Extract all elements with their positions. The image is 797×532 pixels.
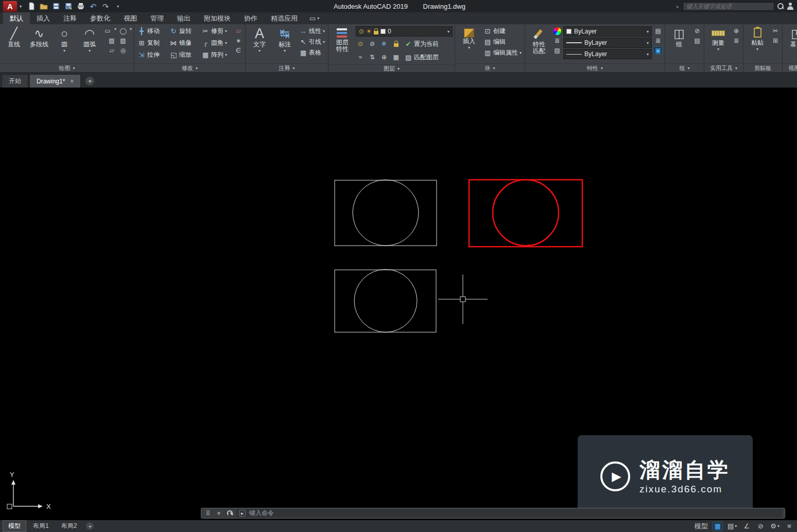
- group-edit-button[interactable]: ▤: [692, 37, 702, 45]
- undo-button[interactable]: ↶: [88, 1, 99, 11]
- user-icon[interactable]: [787, 3, 794, 10]
- redo-button[interactable]: ↷: [100, 1, 111, 11]
- stretch-button[interactable]: ⇲拉伸: [136, 50, 168, 60]
- annotation-scale-button[interactable]: ≣: [653, 37, 663, 45]
- layout1-tab[interactable]: 布局1: [27, 520, 55, 532]
- line-button[interactable]: ╱ 直线: [2, 25, 26, 62]
- command-close-icon[interactable]: ×: [215, 510, 223, 517]
- model-tab[interactable]: 模型: [3, 520, 26, 532]
- layer-properties-button[interactable]: 图层特性: [331, 25, 354, 62]
- offset-button[interactable]: ∈: [234, 46, 243, 55]
- erase-button[interactable]: ▱: [234, 27, 243, 35]
- tab-output[interactable]: 输出: [170, 12, 197, 24]
- edit-attributes-button[interactable]: ▥编辑属性▾: [482, 48, 523, 58]
- ribbon-display-toggle-button[interactable]: ▭ ▾: [304, 12, 324, 24]
- search-input[interactable]: [683, 2, 774, 11]
- panel-footer-view[interactable]: 视图 ▾: [783, 63, 797, 72]
- linear-button[interactable]: ↔线性▾: [298, 26, 326, 36]
- base-point-button[interactable]: ◳ 基点: [785, 25, 797, 62]
- lineweight-dropdown[interactable]: ByLayer ▾: [563, 38, 652, 48]
- layer-select-dropdown[interactable]: ⊙ ☀ 0 ▾: [356, 26, 453, 37]
- command-input[interactable]: ▸ 键入命令: [236, 509, 782, 518]
- text-button[interactable]: A 文字 ▾: [248, 25, 271, 62]
- arc-button[interactable]: ◠ 圆弧 ▾: [78, 25, 101, 62]
- panel-footer-block[interactable]: 块 ▾: [455, 63, 525, 72]
- layer-states-button[interactable]: ▦: [391, 53, 401, 61]
- mirror-button[interactable]: ⋈镜像: [168, 38, 200, 48]
- tab-insert[interactable]: 插入: [30, 12, 57, 24]
- command-grip-icon[interactable]: ⠿: [204, 510, 212, 517]
- open-button[interactable]: [38, 1, 49, 11]
- customize-status-button[interactable]: ≡: [784, 522, 794, 531]
- gradient-button[interactable]: ▧: [118, 37, 128, 45]
- save-button[interactable]: [50, 1, 62, 11]
- tab-collaborate[interactable]: 协作: [237, 12, 264, 24]
- move-button[interactable]: ╋移动: [136, 26, 168, 36]
- command-line[interactable]: ⠿ × ▸ 键入命令: [201, 508, 785, 519]
- polar-tracking-button[interactable]: ∠: [741, 522, 752, 531]
- file-tab-start[interactable]: 开始: [2, 74, 28, 88]
- edit-block-button[interactable]: ▤编辑: [482, 37, 523, 47]
- panel-footer-layers[interactable]: 图层 ▾: [328, 64, 455, 73]
- snap-toggle-button[interactable]: ▤▾: [726, 522, 738, 531]
- paste-button[interactable]: 粘贴 ▾: [746, 25, 769, 62]
- circle-button[interactable]: ○ 圆 ▾: [53, 25, 76, 62]
- copy-button[interactable]: ⊞复制: [136, 38, 168, 48]
- new-drawing-tab-button[interactable]: +: [85, 77, 94, 85]
- measure-button[interactable]: 测量 ▾: [706, 25, 730, 62]
- copy-clip-button[interactable]: ⊞: [771, 37, 780, 45]
- panel-footer-properties[interactable]: 特性 ▾: [525, 63, 665, 72]
- leader-button[interactable]: ↖引线▾: [298, 37, 326, 47]
- new-layout-button[interactable]: +: [86, 522, 94, 530]
- tab-addins[interactable]: 附加模块: [197, 12, 237, 24]
- isolate-objects-button[interactable]: ⊘: [755, 522, 766, 531]
- boundary-button[interactable]: ▱: [107, 46, 116, 55]
- color-wheel-button[interactable]: [552, 27, 562, 35]
- rotate-button[interactable]: ↻旋转: [168, 26, 200, 36]
- model-space-button[interactable]: 模型: [694, 522, 709, 531]
- file-tab-close-icon[interactable]: ×: [70, 78, 74, 85]
- hatch-button[interactable]: ▨: [107, 37, 116, 45]
- panel-footer-draw[interactable]: 绘图 ▾: [0, 63, 134, 72]
- ungroup-button[interactable]: ⊘: [692, 27, 702, 35]
- linetype-dropdown[interactable]: ByLayer ▾: [563, 49, 652, 59]
- layer-freeze-button[interactable]: ❄: [379, 40, 389, 48]
- tab-featured-apps[interactable]: 精选应用: [264, 12, 304, 24]
- match-layer-button[interactable]: ▧匹配图层: [403, 53, 440, 62]
- infocenter-collapse-icon[interactable]: ▸: [677, 4, 679, 9]
- donut-button[interactable]: ◎: [118, 46, 128, 55]
- tab-view[interactable]: 视图: [117, 12, 144, 24]
- quick-select-button[interactable]: ⊕: [732, 27, 741, 35]
- create-block-button[interactable]: ⊡创建: [482, 26, 523, 36]
- cut-button[interactable]: ✂: [771, 27, 780, 35]
- panel-footer-clipboard[interactable]: 剪贴板: [743, 63, 782, 72]
- insert-button[interactable]: 插入 ▾: [457, 25, 481, 62]
- qat-customize-button[interactable]: ▾: [112, 1, 124, 11]
- array-button[interactable]: ▦阵列▾: [200, 50, 232, 60]
- layer-lock-toggle-button[interactable]: [391, 40, 401, 48]
- panel-footer-annotate[interactable]: 注释 ▾: [246, 63, 328, 72]
- workspace-button[interactable]: ⚙▾: [769, 522, 781, 531]
- search-icon[interactable]: [777, 3, 784, 10]
- fillet-button[interactable]: ╭圆角▾: [200, 38, 232, 48]
- tab-parametric[interactable]: 参数化: [83, 12, 117, 24]
- properties-palette-button[interactable]: ▤: [653, 27, 663, 35]
- dimension-button[interactable]: ↹ 标注 ▾: [273, 25, 297, 62]
- tab-annotate[interactable]: 注释: [57, 12, 83, 24]
- rectangle-button[interactable]: ▭: [103, 27, 112, 35]
- properties-list-button[interactable]: ≣: [552, 37, 562, 45]
- layer-isolate-button[interactable]: ⊘: [368, 40, 377, 48]
- quick-calc-button[interactable]: ≣: [732, 37, 741, 45]
- panel-footer-groups[interactable]: 组 ▾: [665, 63, 704, 72]
- set-current-button[interactable]: ✔置为当前: [403, 39, 440, 49]
- panel-footer-modify[interactable]: 修改 ▾: [134, 63, 245, 72]
- explode-button[interactable]: ∗: [234, 37, 243, 45]
- plot-button[interactable]: [75, 1, 86, 11]
- new-button[interactable]: [26, 1, 37, 11]
- layer-prev-button[interactable]: ⇅: [368, 53, 377, 61]
- scale-button[interactable]: ◱缩放: [168, 50, 200, 60]
- transparency-button[interactable]: ▤: [552, 46, 562, 55]
- table-button[interactable]: ▦表格: [298, 48, 326, 58]
- layout2-tab[interactable]: 布局2: [56, 520, 83, 532]
- file-tab-drawing1[interactable]: Drawing1* ×: [29, 74, 81, 88]
